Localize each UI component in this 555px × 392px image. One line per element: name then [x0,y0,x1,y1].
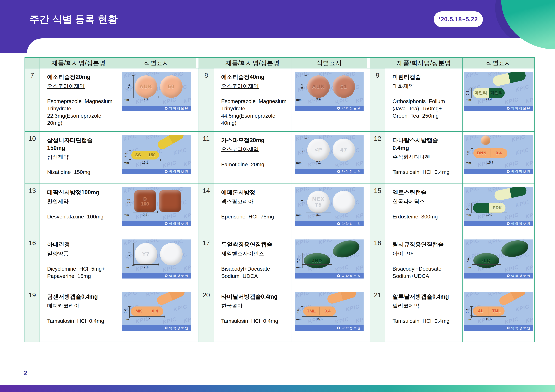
pill-photo-stage: KPICKPICKPICKPICKPICKPICKPICKPICKPICMK0.… [122,292,191,325]
source-name: 약학정보원 [511,222,531,226]
ingredient-name: Dicyclomine HCl 5mg+ Papaverine 15mg [47,265,114,280]
horizontal-measure-line [306,160,331,160]
kpic-watermark: KPIC [465,135,480,142]
source-name: 약학정보원 [342,274,361,278]
entry-photo-cell: KPICKPICKPICKPICKPICKPICKPICKPICKPICAUK5… [292,68,367,132]
vertical-size-label: 7.1 [127,252,131,256]
pill-imprint: 47 [340,147,347,153]
pill-imprint: 50 [168,84,175,89]
entry-photo-cell: KPICKPICKPICKPICKPICKPICKPICKPICKPICMK0.… [117,288,196,342]
kpic-watermark: KPIC [525,315,533,324]
photo-source-bar: 약학정보원 [122,273,191,278]
kpic-watermark: KPIC [183,315,191,324]
pill-circle [333,191,355,213]
photo-source-bar: 약학정보원 [464,273,533,278]
ingredient-name: Esomeprazole Magnesium Trihydrate 22.3mg… [47,98,114,127]
kpic-watermark: KPIC [525,158,533,168]
pill-photo: KPICKPICKPICKPICKPICKPICKPICKPICKPICJHD7… [295,239,364,278]
source-logo-icon [165,222,168,225]
source-logo-icon [507,107,510,110]
pill-photo: KPICKPICKPICKPICKPICKPICKPICKPICKPICTML0… [295,292,364,331]
pill-photo: KPICKPICKPICKPICKPICKPICKPICKPICKPICD 10… [122,187,191,226]
vertical-measure: 9.2 [127,190,133,212]
column-header-product: 제품/회사명/성분명 [385,58,463,68]
ingredient-name: Bisacodyl+Docusate Sodium+UDCA [393,265,459,280]
column-header-empty [370,58,385,68]
product-name: 릴리큐장용연질캡슐 [393,241,459,249]
pill-circle [160,243,183,265]
horizontal-size-label: 15.6 [471,317,506,321]
vertical-size-label: 6.4 [466,206,469,210]
photo-source-bar: 약학정보원 [295,169,364,174]
horizontal-measure: 12.5 [472,264,501,268]
pill-circle: 51 [333,75,355,98]
pill-circle: 47 [333,139,355,161]
source-logo-icon [165,170,168,173]
kpic-watermark: KPIC [345,303,360,313]
entry-photo-cell: KPICKPICKPICKPICKPICKPICKPICKPICKPIC<P47… [292,132,367,184]
pill-imprint: -LQ [482,258,491,263]
unit-label: mm [466,161,471,165]
horizontal-measure-line [302,264,332,265]
horizontal-size-label: 15.6 [302,317,337,321]
ingredient-name: Tamsulosin HCl 0.4mg [47,317,114,325]
column-gap [367,184,370,236]
pill-imprint: PDK [493,206,502,210]
entry-info: 에페론서방정넥스팜코리아Eperisone HCl 75mg [214,184,292,236]
entry-number: 15 [370,184,385,236]
entry-number: 8 [199,68,214,132]
kpic-watermark: KPIC [123,292,138,299]
entry-number: 17 [199,236,214,288]
vertical-size-label: 7.2 [300,148,304,152]
company-name: 메디카코리아 [47,302,114,309]
horizontal-size-label: 21.4 [471,98,506,101]
entry-photo-cell: KPICKPICKPICKPICKPICKPICKPICKPICKPICY77.… [117,236,196,288]
column-gap [367,236,370,288]
column-header-mark: 식별표시 [117,58,196,68]
pill-photo-stage: KPICKPICKPICKPICKPICKPICKPICKPICKPICJHD7… [295,239,364,273]
photo-source-bar: 약학정보원 [122,221,191,226]
product-name: 알루날서방캡슐0.4mg [393,293,459,301]
pill-square: D 100 [134,190,156,212]
pill-imprint: AL [478,309,484,313]
source-name: 약학정보원 [342,106,361,110]
kpic-watermark: KPIC [183,263,191,272]
kpic-watermark: KPIC [514,84,530,93]
pill-photo: KPICKPICKPICKPICKPICKPICKPICKPICKPICAUK5… [295,72,364,111]
unit-label: mm [296,213,301,217]
ingredient-name: Esomeprazole Magnesium Trihydrate 44.5mg… [221,98,288,127]
pill-imprint: 51 [340,84,347,89]
page-title: 주간 식별 등록 현황 [29,13,118,26]
pill-imprint: 150 [148,153,156,157]
column-header-product: 제품/회사명/성분명 [214,58,292,68]
horizontal-measure: 8.1 [306,212,331,216]
source-name: 약학정보원 [169,170,189,174]
capsule-right-half: PDK [489,203,505,213]
capsule-left-half: AL [473,306,489,316]
ingredient-name: Tamsulosin HCl 0.4mg [393,317,459,325]
kpic-watermark: KPIC [525,95,533,104]
product-name: 에페론서방정 [221,189,288,196]
company-name: 삼성제약 [47,153,114,160]
ingredient-name: Bisacodyl+Docusate Sodium+UDCA [221,265,288,280]
horizontal-measure-line [133,264,159,265]
column-gap [196,68,199,132]
company-name: 한국파메딕스 [393,198,459,205]
kpic-watermark: KPIC [355,158,364,168]
capsule-left-half: SS [131,151,145,159]
pill-circle: AUK [135,75,157,98]
source-name: 약학정보원 [169,326,189,330]
pill-photo: KPICKPICKPICKPICKPICKPICKPICKPICKPICALTM… [464,292,533,331]
capsule-score-line [145,151,145,159]
pill-capsule: SS150 [131,151,159,159]
kpic-watermark: KPIC [504,264,519,273]
pill-photo-stage: KPICKPICKPICKPICKPICKPICKPICKPICKPICTML0… [295,292,364,325]
pill-capsule: PDK [473,203,505,213]
horizontal-size-label: 12.3 [302,265,332,268]
source-logo-icon [507,170,510,173]
pill-square [159,190,181,212]
horizontal-size-label: 19.0 [471,213,507,216]
kpic-watermark: KPIC [355,210,364,220]
kpic-watermark: KPIC [514,147,530,156]
kpic-watermark: KPIC [295,239,310,247]
